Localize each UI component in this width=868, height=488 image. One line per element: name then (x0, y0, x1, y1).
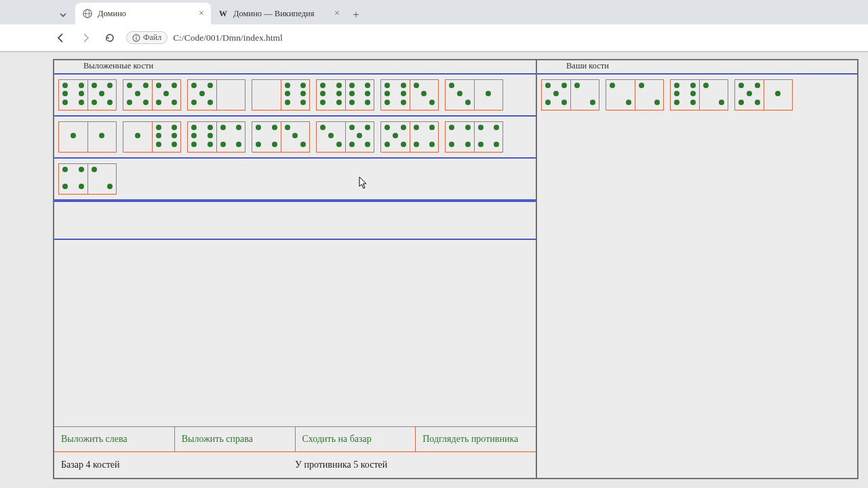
domino-half (735, 80, 764, 110)
domino-half (59, 122, 87, 152)
game-board: Выложенные кости Выложить слева Выложить… (53, 59, 859, 479)
browser-chrome: Домино × W Домино — Википедия × + Файл C… (0, 0, 868, 52)
domino-tile (123, 79, 181, 110)
domino-half (252, 80, 281, 110)
played-row (54, 157, 536, 201)
domino-half (345, 122, 374, 152)
domino-tile[interactable] (670, 79, 728, 110)
domino-half (188, 80, 216, 110)
domino-tile (380, 79, 439, 110)
played-row (54, 73, 536, 117)
domino-half (699, 80, 728, 110)
domino-half (635, 80, 663, 110)
domino-half (59, 80, 87, 110)
domino-half (152, 122, 180, 152)
played-header: Выложенные кости (54, 60, 536, 73)
reload-button[interactable] (102, 30, 118, 46)
domino-tile[interactable] (541, 79, 599, 110)
domino-half (87, 80, 116, 110)
domino-half (188, 122, 216, 152)
domino-half (59, 164, 87, 194)
action-place-left[interactable]: Выложить слева (54, 427, 175, 451)
close-icon[interactable]: × (199, 8, 204, 19)
domino-tile (187, 79, 245, 110)
domino-half (410, 122, 438, 152)
domino-tile (58, 163, 117, 195)
svg-rect-4 (136, 37, 136, 40)
domino-half (474, 80, 502, 110)
domino-tile (445, 121, 503, 152)
back-button[interactable] (53, 30, 69, 46)
domino-half (345, 80, 374, 110)
url-field[interactable]: Файл C:/Code/001/Dmn/index.html (126, 31, 860, 44)
domino-tile (380, 121, 439, 152)
domino-tile (316, 121, 374, 152)
domino-half (570, 80, 599, 110)
status-bazaar: Базар 4 костей (61, 460, 295, 470)
domino-half (446, 122, 474, 152)
domino-tile (445, 79, 503, 110)
played-row (54, 115, 536, 159)
tab-dropdown-icon[interactable] (53, 5, 73, 24)
played-row-empty (54, 201, 536, 240)
domino-tile (58, 121, 117, 152)
domino-half (606, 80, 635, 110)
file-badge-label: Файл (143, 33, 161, 43)
panel-hand: Ваши кости (537, 60, 857, 478)
status-bar: Базар 4 костей У противника 5 костей (54, 452, 536, 478)
panel-played: Выложенные кости Выложить слева Выложить… (54, 60, 537, 478)
domino-half (281, 122, 309, 152)
domino-half (764, 80, 792, 110)
file-badge: Файл (126, 31, 167, 44)
domino-half (446, 80, 474, 110)
domino-tile (316, 79, 374, 110)
hand-header: Ваши кости (537, 60, 857, 73)
domino-half (216, 80, 245, 110)
domino-half (123, 80, 152, 110)
domino-tile (58, 79, 117, 110)
domino-half (281, 80, 309, 110)
url-text: C:/Code/001/Dmn/index.html (173, 33, 283, 43)
globe-icon (82, 8, 93, 19)
domino-half (381, 122, 410, 152)
url-bar: Файл C:/Code/001/Dmn/index.html (0, 24, 868, 52)
tab-title: Домино (98, 9, 194, 19)
domino-half (410, 80, 438, 110)
action-peek-opponent[interactable]: Подглядеть противника (416, 427, 536, 451)
wikipedia-icon: W (218, 8, 229, 19)
domino-half (317, 122, 345, 152)
domino-tile (123, 121, 181, 152)
domino-tile (252, 121, 310, 152)
tab-domino[interactable]: Домино × (75, 3, 211, 24)
domino-tile[interactable] (734, 79, 793, 110)
domino-half (252, 122, 281, 152)
action-place-right[interactable]: Выложить справа (175, 427, 296, 451)
action-bar: Выложить слева Выложить справа Сходить н… (54, 426, 536, 452)
hand-row (537, 73, 857, 115)
domino-half (87, 164, 116, 194)
svg-rect-5 (136, 35, 136, 36)
forward-button[interactable] (77, 30, 94, 46)
domino-half (152, 80, 180, 110)
domino-half (671, 80, 699, 110)
domino-tile (252, 79, 310, 110)
tab-title: Домино — Википедия (233, 9, 330, 19)
domino-half (542, 80, 570, 110)
domino-half (216, 122, 245, 152)
new-tab-button[interactable]: + (347, 5, 366, 24)
page-body: Выложенные кости Выложить слева Выложить… (0, 52, 868, 487)
domino-half (474, 122, 502, 152)
domino-half (123, 122, 152, 152)
played-rows (54, 73, 536, 201)
domino-tile[interactable] (606, 79, 664, 110)
status-opponent: У противника 5 костей (295, 460, 529, 470)
domino-half (317, 80, 345, 110)
domino-half (87, 122, 116, 152)
tab-wikipedia[interactable]: W Домино — Википедия × (211, 3, 347, 24)
action-go-bazaar[interactable]: Сходить на базар (296, 427, 416, 451)
domino-tile (187, 121, 245, 152)
domino-half (381, 80, 410, 110)
close-icon[interactable]: × (334, 8, 340, 19)
tab-bar: Домино × W Домино — Википедия × + (0, 0, 868, 24)
